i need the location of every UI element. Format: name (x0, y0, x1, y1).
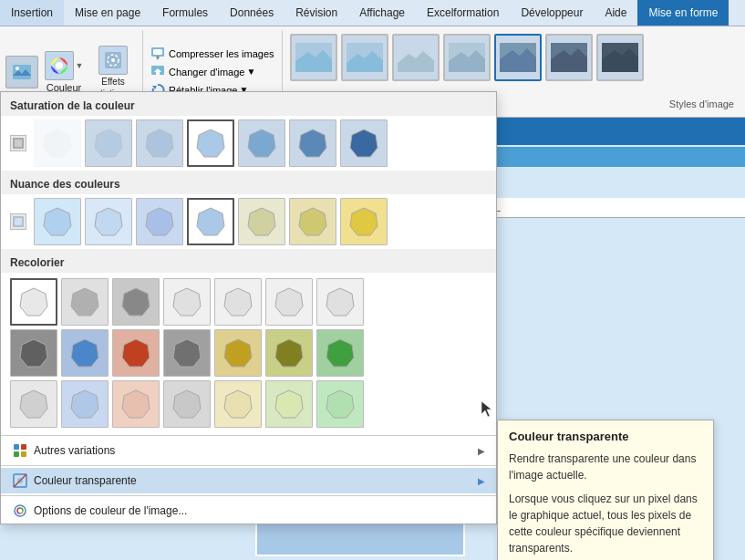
recolor-empty-2[interactable] (214, 278, 262, 326)
recolor-gray-dark[interactable] (163, 329, 211, 377)
sat-icon-svg (12, 137, 25, 150)
recolor-light-gray[interactable] (10, 380, 57, 428)
recolor-gray-2[interactable] (112, 278, 160, 326)
color-dropdown-panel: Saturation de la couleur (0, 91, 497, 524)
nuance-swatch-4[interactable] (238, 198, 285, 245)
menu-formules[interactable]: Formules (151, 0, 219, 26)
recolor-row-3 (1, 379, 496, 430)
menu-aide[interactable]: Aide (594, 0, 637, 26)
transparent-svg-icon (13, 473, 27, 488)
recolor-blue[interactable] (61, 329, 109, 377)
recolor-light-blue[interactable] (61, 380, 109, 428)
recolor-red[interactable] (112, 329, 160, 377)
style-thumb-3[interactable] (392, 34, 440, 81)
style-thumb-7[interactable] (596, 34, 644, 81)
recolor-none[interactable] (10, 278, 57, 326)
svg-marker-69 (122, 390, 150, 418)
sat-swatch-1[interactable] (85, 119, 132, 167)
recolor-olive[interactable] (265, 329, 313, 377)
style-thumb-6[interactable] (545, 34, 593, 81)
style-thumb-2[interactable] (341, 34, 388, 81)
svg-point-13 (111, 58, 115, 62)
recolor-section (1, 273, 496, 433)
svg-rect-6 (13, 65, 31, 79)
compress-icon (150, 47, 165, 61)
svg-rect-19 (156, 72, 160, 75)
couleur-button[interactable]: ▼ Couleur (40, 49, 88, 95)
nuance-swatch-3[interactable] (187, 198, 234, 245)
recolor-empty-4[interactable] (316, 278, 364, 326)
divider-1 (1, 435, 496, 436)
nuance-swatch-6[interactable] (340, 198, 388, 245)
svg-marker-67 (20, 390, 47, 418)
variations-svg-icon (13, 443, 27, 458)
svg-marker-68 (71, 390, 98, 418)
recolor-empty-3[interactable] (265, 278, 313, 326)
svg-marker-63 (173, 339, 201, 367)
couleur-transparente-item[interactable]: Couleur transparente ▶ (1, 468, 496, 493)
svg-marker-61 (71, 339, 98, 367)
menu-mise-en-forme[interactable]: Mise en forme (637, 0, 729, 26)
recolor-light-green[interactable] (316, 380, 364, 428)
style-thumb-5[interactable] (494, 34, 542, 81)
saturation-title: Saturation de la couleur (1, 92, 496, 116)
menu-mise-en-page[interactable]: Mise en page (64, 0, 151, 26)
menu-donnees[interactable]: Données (219, 0, 285, 26)
recolor-light-yellow[interactable] (214, 380, 262, 428)
nuance-swatch-2[interactable] (136, 198, 183, 245)
svg-marker-66 (326, 339, 354, 367)
effets-label: Effets (101, 77, 124, 87)
style-thumb-1[interactable] (290, 34, 337, 81)
recolor-gray-1[interactable] (61, 278, 109, 326)
style-thumb-4[interactable] (443, 34, 491, 81)
svg-rect-15 (153, 49, 162, 55)
svg-marker-39 (146, 130, 173, 157)
nuance-swatch-1[interactable] (85, 198, 132, 245)
svg-marker-41 (248, 130, 275, 157)
svg-marker-50 (248, 208, 275, 235)
menu-revision[interactable]: Révision (285, 0, 348, 26)
menu-excelformation[interactable]: Excelformation (416, 0, 510, 26)
nuance-swatch-0[interactable] (34, 198, 81, 245)
options-couleur-item[interactable]: Options de couleur de l'image... (1, 498, 496, 524)
recolor-green[interactable] (316, 329, 364, 377)
sat-swatch-2[interactable] (136, 119, 183, 167)
tooltip-box: Couleur transparente Rendre transparente… (497, 420, 714, 560)
tooltip-para1: Rendre transparente une couleur dans l'i… (509, 451, 702, 483)
svg-marker-60 (20, 339, 47, 367)
change-arrow: ▼ (246, 67, 255, 77)
recolor-light-gray2[interactable] (163, 380, 211, 428)
transparent-icon (12, 472, 28, 489)
transparent-arrow: ▶ (478, 476, 485, 486)
menu-affichage[interactable]: Affichage (348, 0, 416, 26)
actions-button[interactable] (4, 54, 40, 90)
compress-button[interactable]: Compresser les images (150, 45, 274, 63)
saturation-row (1, 116, 496, 171)
menu-developpeur[interactable]: Développeur (510, 0, 594, 26)
image-styles-row (290, 34, 738, 81)
sat-swatch-4[interactable] (238, 119, 285, 167)
nuance-icon-svg (12, 215, 25, 228)
saturation-icon (10, 135, 26, 151)
recolor-dark[interactable] (10, 329, 57, 377)
sat-swatch-6[interactable] (340, 119, 388, 167)
options-icon (12, 503, 28, 519)
autres-variations-item[interactable]: Autres variations ▶ (1, 438, 496, 463)
svg-marker-64 (224, 339, 252, 367)
sat-swatch-3[interactable] (187, 119, 234, 167)
svg-marker-72 (275, 390, 303, 418)
recolor-empty-1[interactable] (163, 278, 211, 326)
menubar: Insertion Mise en page Formules Données … (0, 0, 745, 26)
recolor-light-salmon[interactable] (112, 380, 160, 428)
recolor-yellow[interactable] (214, 329, 262, 377)
svg-marker-53 (20, 288, 47, 316)
change-image-button[interactable]: Changer d'image ▼ (150, 63, 274, 81)
sat-swatch-0[interactable] (34, 119, 81, 167)
recolor-light-lime[interactable] (265, 380, 313, 428)
sat-swatch-5[interactable] (289, 119, 336, 167)
change-image-label: Changer d'image (169, 67, 244, 78)
nuance-swatch-5[interactable] (289, 198, 336, 245)
tooltip-title: Couleur transparente (509, 430, 702, 443)
menu-insertion[interactable]: Insertion (0, 0, 64, 26)
svg-marker-49 (197, 208, 224, 235)
